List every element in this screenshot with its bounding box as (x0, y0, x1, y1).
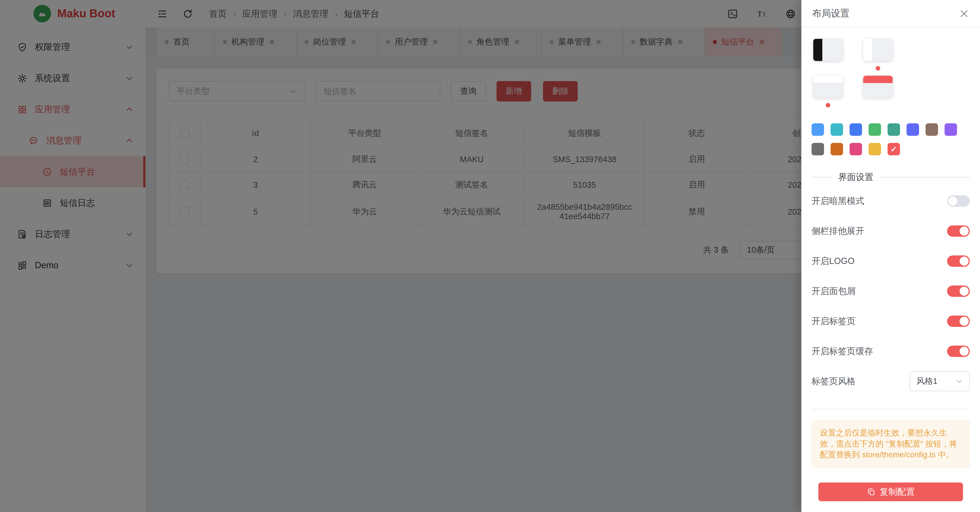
layout-options (811, 39, 970, 107)
setting-row-tabs-cache: 开启标签页缓存 (811, 336, 970, 366)
setting-label: 标签页风格 (811, 375, 856, 387)
theme-color-swatch[interactable]: ✓ (888, 143, 900, 155)
interface-section-divider: 界面设置 (811, 177, 970, 178)
theme-color-swatch[interactable] (850, 123, 862, 136)
drawer-header: 布局设置 (801, 0, 980, 27)
light-header-thumbnail-icon (813, 76, 843, 98)
theme-color-swatch[interactable] (830, 123, 843, 136)
interface-switches: 开启暗黑模式 侧栏排他展开 开启LOGO 开启面包屑 开启标签页 (811, 186, 970, 396)
theme-color-swatch[interactable] (830, 143, 843, 155)
breadcrumb-toggle[interactable] (947, 286, 970, 297)
layout-option-light-sidebar[interactable] (863, 39, 892, 71)
setting-label: 开启暗黑模式 (811, 195, 864, 207)
divider (811, 409, 970, 409)
tabs-toggle[interactable] (947, 316, 970, 327)
setting-row-tabs: 开启标签页 (811, 306, 970, 336)
setting-row-logo: 开启LOGO (811, 246, 970, 276)
theme-color-swatches: ✓ (811, 123, 970, 155)
dark-mode-toggle[interactable] (947, 196, 970, 207)
setting-label: 开启标签页 (811, 315, 856, 327)
selected-dot-icon (826, 103, 830, 107)
tab-style-select[interactable]: 风格1 (910, 371, 970, 391)
theme-color-swatch[interactable] (869, 143, 881, 155)
theme-color-swatch[interactable] (888, 123, 900, 136)
close-icon[interactable] (959, 8, 969, 19)
setting-label: 开启LOGO (811, 255, 855, 267)
sidebar-accordion-toggle[interactable] (947, 226, 970, 237)
setting-row-sidebar-accordion: 侧栏排他展开 (811, 216, 970, 246)
theme-color-swatch[interactable] (926, 123, 938, 136)
setting-row-breadcrumb: 开启面包屑 (811, 276, 970, 306)
setting-row-dark-mode: 开启暗黑模式 (811, 186, 970, 216)
dark-sidebar-thumbnail-icon (813, 39, 843, 61)
primary-header-thumbnail-icon (863, 76, 892, 98)
layout-settings-drawer: 布局设置 (801, 0, 980, 512)
logo-toggle[interactable] (947, 256, 970, 267)
layout-option-light-header[interactable] (813, 76, 843, 107)
tab-style-value: 风格1 (916, 376, 937, 387)
tabs-cache-toggle[interactable] (947, 346, 970, 357)
light-sidebar-thumbnail-icon (863, 39, 892, 61)
theme-color-swatch[interactable] (907, 123, 919, 136)
copy-icon (867, 487, 876, 496)
setting-row-tab-style: 标签页风格 风格1 (811, 366, 970, 396)
theme-color-swatch[interactable] (850, 143, 862, 155)
layout-option-primary-header[interactable] (863, 76, 892, 107)
setting-label: 开启面包屑 (811, 285, 856, 297)
theme-color-swatch[interactable] (869, 123, 881, 136)
app-root: Maku Boot 权限管理 系统设置 应用管理 消息管理 (0, 0, 980, 512)
drawer-title: 布局设置 (812, 7, 850, 20)
copy-config-button[interactable]: 复制配置 (818, 482, 963, 501)
chevron-down-icon (956, 378, 963, 385)
selected-dot-icon (876, 66, 880, 71)
drawer-body: ✓ 界面设置 开启暗黑模式 侧栏排他展开 开启LOGO 开启面包屑 (801, 27, 980, 501)
theme-color-swatch[interactable] (811, 143, 824, 155)
copy-config-label: 复制配置 (880, 486, 915, 498)
setting-label: 侧栏排他展开 (811, 225, 864, 237)
layout-option-dark-sidebar[interactable] (813, 39, 843, 71)
theme-color-swatch[interactable] (811, 123, 824, 136)
interface-section-title: 界面设置 (832, 171, 880, 183)
setting-label: 开启标签页缓存 (811, 345, 873, 357)
theme-color-swatch[interactable] (945, 123, 957, 136)
settings-notice: 设置之后仅是临时生效，要想永久生效，需点击下方的 "复制配置" 按钮，将配置替换… (811, 420, 970, 468)
